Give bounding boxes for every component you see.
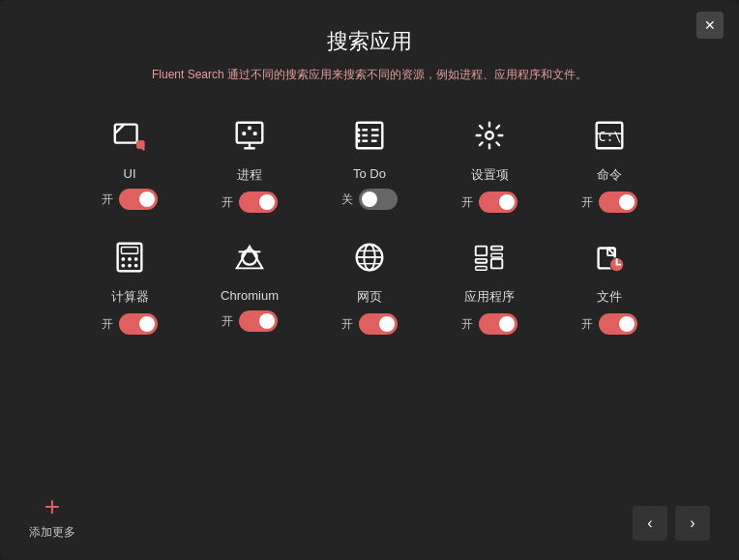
- settings-toggle-text: 开: [461, 194, 473, 211]
- svg-rect-14: [121, 248, 137, 254]
- files-toggle-text: 开: [581, 316, 593, 333]
- svg-point-15: [121, 257, 125, 261]
- svg-rect-5: [253, 132, 257, 135]
- todo-label: To Do: [353, 166, 386, 181]
- webpage-toggle-text: 开: [341, 316, 353, 333]
- svg-point-20: [134, 264, 138, 268]
- app-item-process: 进程 开: [190, 110, 310, 213]
- app-item-calculator: 计算器 开: [70, 232, 190, 335]
- svg-point-19: [128, 264, 132, 268]
- settings-icon: [464, 110, 515, 161]
- ui-toggle-row: 开: [102, 189, 158, 210]
- svg-rect-1: [137, 141, 145, 149]
- subtitle-text: Fluent Search 通过不同的搜索应用来搜索不同的资源，: [152, 68, 436, 81]
- next-button[interactable]: ›: [675, 506, 710, 541]
- add-more-icon: +: [44, 493, 60, 520]
- webpage-label: 网页: [357, 288, 382, 306]
- apps-grid: UI 开 进程: [70, 110, 669, 354]
- todo-toggle-text: 关: [341, 192, 353, 208]
- app-item-todo: To Do 关: [310, 110, 429, 213]
- chromium-toggle-row: 开: [222, 310, 278, 332]
- ui-toggle[interactable]: [119, 189, 158, 210]
- ui-toggle-text: 开: [102, 192, 113, 208]
- app-item-chromium: Chromium 开: [190, 232, 310, 335]
- dialog-subtitle: Fluent Search 通过不同的搜索应用来搜索不同的资源，例如进程、应用程…: [152, 66, 587, 83]
- svg-point-16: [128, 257, 132, 261]
- process-toggle-text: 开: [222, 194, 233, 211]
- files-icon: [584, 232, 635, 282]
- svg-point-10: [486, 132, 493, 139]
- svg-rect-3: [248, 127, 251, 131]
- apps-icon: [464, 232, 515, 282]
- calculator-toggle[interactable]: [119, 313, 158, 335]
- app-item-command: C:\ 命令 开: [549, 110, 669, 213]
- app-item-ui: UI 开: [70, 110, 190, 213]
- add-more-label: 添加更多: [29, 524, 75, 541]
- svg-rect-24: [476, 247, 487, 256]
- dialog-title: 搜索应用: [327, 27, 412, 56]
- svg-point-17: [134, 257, 138, 261]
- svg-rect-2: [237, 123, 263, 143]
- files-toggle-row: 开: [581, 313, 637, 335]
- app-item-apps: 应用程序 开: [429, 232, 549, 335]
- apps-toggle-row: 开: [461, 313, 517, 335]
- todo-toggle-row: 关: [341, 189, 398, 210]
- ui-icon: [104, 110, 155, 161]
- app-item-settings: 设置项 开: [429, 110, 549, 213]
- files-toggle[interactable]: [599, 313, 637, 335]
- svg-rect-0: [115, 125, 137, 143]
- calculator-toggle-row: 开: [102, 313, 158, 335]
- app-item-webpage: 网页 开: [310, 232, 429, 335]
- chromium-icon: [224, 232, 275, 282]
- svg-rect-29: [476, 267, 487, 271]
- command-toggle-row: 开: [581, 192, 637, 213]
- app-item-files: 文件 开: [549, 232, 669, 335]
- prev-button[interactable]: ‹: [633, 506, 667, 541]
- calculator-toggle-text: 开: [102, 316, 113, 333]
- bottom-bar: + 添加更多 ‹ ›: [0, 493, 739, 541]
- calculator-icon: [104, 232, 155, 282]
- files-label: 文件: [597, 288, 622, 306]
- todo-icon: [344, 110, 395, 161]
- todo-toggle[interactable]: [359, 189, 398, 210]
- svg-point-9: [357, 139, 361, 143]
- subtitle-highlight: 例如进程、应用程序和文件。: [436, 68, 587, 81]
- nav-buttons: ‹ ›: [633, 506, 710, 541]
- process-toggle-row: 开: [222, 192, 278, 213]
- process-toggle[interactable]: [239, 192, 278, 213]
- svg-point-8: [357, 133, 361, 137]
- webpage-toggle[interactable]: [359, 313, 398, 335]
- calculator-label: 计算器: [111, 288, 149, 306]
- apps-toggle[interactable]: [479, 313, 517, 335]
- chromium-label: Chromium: [221, 288, 279, 303]
- search-apps-dialog: ✕ 搜索应用 Fluent Search 通过不同的搜索应用来搜索不同的资源，例…: [0, 0, 739, 560]
- settings-toggle[interactable]: [479, 192, 517, 213]
- process-label: 进程: [237, 166, 262, 184]
- command-toggle[interactable]: [599, 192, 637, 213]
- add-more-button[interactable]: + 添加更多: [29, 493, 75, 541]
- webpage-toggle-row: 开: [341, 313, 398, 335]
- svg-rect-27: [476, 259, 487, 263]
- svg-text:C:\: C:\: [599, 130, 622, 144]
- chromium-toggle[interactable]: [239, 310, 278, 332]
- svg-rect-4: [242, 132, 246, 135]
- svg-point-7: [357, 128, 361, 132]
- svg-rect-26: [491, 253, 502, 257]
- svg-rect-28: [491, 259, 502, 269]
- settings-toggle-row: 开: [461, 192, 517, 213]
- svg-point-18: [121, 264, 125, 268]
- close-button[interactable]: ✕: [696, 12, 724, 39]
- chromium-toggle-text: 开: [222, 313, 233, 330]
- webpage-icon: [344, 232, 395, 282]
- command-label: 命令: [597, 166, 622, 184]
- command-icon: C:\: [584, 110, 635, 161]
- apps-label: 应用程序: [464, 288, 515, 306]
- settings-label: 设置项: [471, 166, 509, 184]
- process-icon: [224, 110, 275, 161]
- apps-toggle-text: 开: [461, 316, 473, 333]
- svg-rect-25: [491, 247, 502, 251]
- ui-label: UI: [124, 166, 136, 181]
- command-toggle-text: 开: [581, 194, 593, 211]
